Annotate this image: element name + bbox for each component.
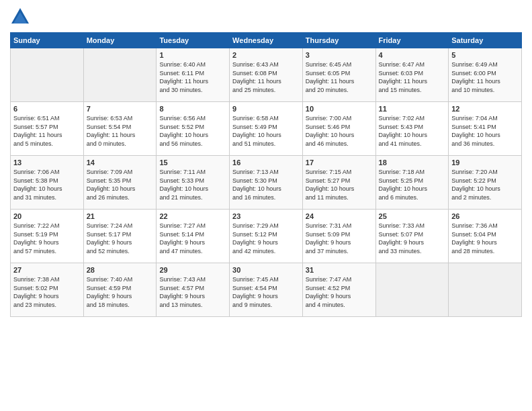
day-cell: 23Sunrise: 7:29 AM Sunset: 5:12 PM Dayli… (230, 210, 303, 263)
week-row-3: 13Sunrise: 7:06 AM Sunset: 5:38 PM Dayli… (11, 156, 522, 210)
week-row-2: 6Sunrise: 6:51 AM Sunset: 5:57 PM Daylig… (11, 102, 522, 156)
day-cell: 18Sunrise: 7:18 AM Sunset: 5:25 PM Dayli… (375, 156, 449, 210)
day-detail: Sunrise: 7:45 AM Sunset: 4:54 PM Dayligh… (232, 275, 300, 309)
day-number: 29 (159, 266, 226, 274)
day-cell: 28Sunrise: 7:40 AM Sunset: 4:59 PM Dayli… (83, 263, 157, 317)
day-cell: 14Sunrise: 7:09 AM Sunset: 5:35 PM Dayli… (83, 156, 157, 210)
day-number: 6 (13, 105, 81, 113)
day-detail: Sunrise: 7:31 AM Sunset: 5:09 PM Dayligh… (306, 222, 373, 255)
day-detail: Sunrise: 7:13 AM Sunset: 5:30 PM Dayligh… (232, 168, 300, 201)
day-detail: Sunrise: 7:38 AM Sunset: 5:02 PM Dayligh… (13, 275, 81, 309)
day-cell: 8Sunrise: 6:56 AM Sunset: 5:52 PM Daylig… (157, 102, 230, 156)
day-number: 9 (232, 105, 300, 113)
day-cell (375, 263, 449, 317)
day-cell: 20Sunrise: 7:22 AM Sunset: 5:19 PM Dayli… (11, 210, 84, 263)
day-number: 31 (306, 266, 373, 274)
day-cell: 1Sunrise: 6:40 AM Sunset: 6:11 PM Daylig… (157, 48, 230, 102)
day-header-friday: Friday (375, 33, 449, 48)
day-detail: Sunrise: 6:47 AM Sunset: 6:03 PM Dayligh… (379, 60, 446, 94)
day-detail: Sunrise: 6:43 AM Sunset: 6:08 PM Dayligh… (232, 60, 300, 94)
day-detail: Sunrise: 7:15 AM Sunset: 5:27 PM Dayligh… (306, 168, 373, 201)
day-number: 20 (13, 212, 81, 220)
day-number: 12 (451, 105, 519, 113)
day-detail: Sunrise: 6:49 AM Sunset: 6:00 PM Dayligh… (451, 60, 519, 94)
day-number: 26 (451, 212, 519, 220)
day-header-monday: Monday (83, 33, 157, 48)
day-cell: 5Sunrise: 6:49 AM Sunset: 6:00 PM Daylig… (449, 48, 522, 102)
day-detail: Sunrise: 7:22 AM Sunset: 5:19 PM Dayligh… (13, 222, 81, 255)
day-cell: 12Sunrise: 7:04 AM Sunset: 5:41 PM Dayli… (449, 102, 522, 156)
day-cell: 2Sunrise: 6:43 AM Sunset: 6:08 PM Daylig… (230, 48, 303, 102)
day-number: 17 (306, 158, 373, 167)
day-number: 28 (87, 266, 154, 274)
week-row-1: 1Sunrise: 6:40 AM Sunset: 6:11 PM Daylig… (11, 48, 522, 102)
day-cell: 22Sunrise: 7:27 AM Sunset: 5:14 PM Dayli… (157, 210, 230, 263)
day-number: 4 (379, 51, 446, 59)
day-detail: Sunrise: 7:43 AM Sunset: 4:57 PM Dayligh… (159, 275, 226, 309)
day-detail: Sunrise: 7:47 AM Sunset: 4:52 PM Dayligh… (306, 275, 373, 309)
day-number: 8 (159, 105, 226, 113)
day-detail: Sunrise: 7:20 AM Sunset: 5:22 PM Dayligh… (451, 168, 519, 201)
day-number: 15 (159, 158, 226, 167)
day-cell: 7Sunrise: 6:53 AM Sunset: 5:54 PM Daylig… (83, 102, 157, 156)
day-number: 25 (379, 212, 446, 220)
day-detail: Sunrise: 7:18 AM Sunset: 5:25 PM Dayligh… (379, 168, 446, 201)
calendar-table: SundayMondayTuesdayWednesdayThursdayFrid… (10, 32, 522, 317)
calendar-body: 1Sunrise: 6:40 AM Sunset: 6:11 PM Daylig… (11, 48, 522, 317)
day-cell: 21Sunrise: 7:24 AM Sunset: 5:17 PM Dayli… (83, 210, 157, 263)
header-row: SundayMondayTuesdayWednesdayThursdayFrid… (11, 33, 522, 48)
day-number: 11 (379, 105, 446, 113)
day-detail: Sunrise: 7:11 AM Sunset: 5:33 PM Dayligh… (159, 168, 226, 201)
day-cell: 10Sunrise: 7:00 AM Sunset: 5:46 PM Dayli… (302, 102, 375, 156)
day-number: 30 (232, 266, 300, 274)
day-cell: 27Sunrise: 7:38 AM Sunset: 5:02 PM Dayli… (11, 263, 84, 317)
day-detail: Sunrise: 6:56 AM Sunset: 5:52 PM Dayligh… (159, 114, 226, 148)
logo-icon (10, 7, 30, 27)
day-detail: Sunrise: 7:36 AM Sunset: 5:04 PM Dayligh… (451, 222, 519, 255)
day-detail: Sunrise: 7:00 AM Sunset: 5:46 PM Dayligh… (306, 114, 373, 148)
day-number: 27 (13, 266, 81, 274)
day-cell: 29Sunrise: 7:43 AM Sunset: 4:57 PM Dayli… (157, 263, 230, 317)
week-row-5: 27Sunrise: 7:38 AM Sunset: 5:02 PM Dayli… (11, 263, 522, 317)
week-row-4: 20Sunrise: 7:22 AM Sunset: 5:19 PM Dayli… (11, 210, 522, 263)
day-cell: 13Sunrise: 7:06 AM Sunset: 5:38 PM Dayli… (11, 156, 84, 210)
day-detail: Sunrise: 7:24 AM Sunset: 5:17 PM Dayligh… (87, 222, 154, 255)
day-number: 14 (87, 158, 154, 167)
day-number: 5 (451, 51, 519, 59)
logo (10, 7, 33, 27)
day-cell: 30Sunrise: 7:45 AM Sunset: 4:54 PM Dayli… (230, 263, 303, 317)
day-cell: 19Sunrise: 7:20 AM Sunset: 5:22 PM Dayli… (449, 156, 522, 210)
day-detail: Sunrise: 6:58 AM Sunset: 5:49 PM Dayligh… (232, 114, 300, 148)
day-detail: Sunrise: 7:09 AM Sunset: 5:35 PM Dayligh… (87, 168, 154, 201)
day-number: 19 (451, 158, 519, 167)
day-number: 3 (306, 51, 373, 59)
day-detail: Sunrise: 6:51 AM Sunset: 5:57 PM Dayligh… (13, 114, 81, 148)
day-header-sunday: Sunday (11, 33, 84, 48)
day-detail: Sunrise: 7:40 AM Sunset: 4:59 PM Dayligh… (87, 275, 154, 309)
day-number: 23 (232, 212, 300, 220)
day-number: 2 (232, 51, 300, 59)
day-number: 16 (232, 158, 300, 167)
day-cell: 15Sunrise: 7:11 AM Sunset: 5:33 PM Dayli… (157, 156, 230, 210)
day-detail: Sunrise: 7:33 AM Sunset: 5:07 PM Dayligh… (379, 222, 446, 255)
calendar-header: SundayMondayTuesdayWednesdayThursdayFrid… (11, 33, 522, 48)
day-cell (449, 263, 522, 317)
header (10, 7, 522, 27)
day-detail: Sunrise: 6:40 AM Sunset: 6:11 PM Dayligh… (159, 60, 226, 94)
day-number: 13 (13, 158, 81, 167)
day-number: 1 (159, 51, 226, 59)
day-detail: Sunrise: 6:45 AM Sunset: 6:05 PM Dayligh… (306, 60, 373, 94)
day-detail: Sunrise: 6:53 AM Sunset: 5:54 PM Dayligh… (87, 114, 154, 148)
day-cell: 6Sunrise: 6:51 AM Sunset: 5:57 PM Daylig… (11, 102, 84, 156)
day-cell (83, 48, 157, 102)
day-detail: Sunrise: 7:27 AM Sunset: 5:14 PM Dayligh… (159, 222, 226, 255)
day-cell: 3Sunrise: 6:45 AM Sunset: 6:05 PM Daylig… (302, 48, 375, 102)
day-detail: Sunrise: 7:29 AM Sunset: 5:12 PM Dayligh… (232, 222, 300, 255)
day-detail: Sunrise: 7:02 AM Sunset: 5:43 PM Dayligh… (379, 114, 446, 148)
day-cell: 9Sunrise: 6:58 AM Sunset: 5:49 PM Daylig… (230, 102, 303, 156)
day-cell: 11Sunrise: 7:02 AM Sunset: 5:43 PM Dayli… (375, 102, 449, 156)
day-detail: Sunrise: 7:06 AM Sunset: 5:38 PM Dayligh… (13, 168, 81, 201)
day-cell (11, 48, 84, 102)
day-number: 7 (87, 105, 154, 113)
page: SundayMondayTuesdayWednesdayThursdayFrid… (0, 0, 532, 411)
